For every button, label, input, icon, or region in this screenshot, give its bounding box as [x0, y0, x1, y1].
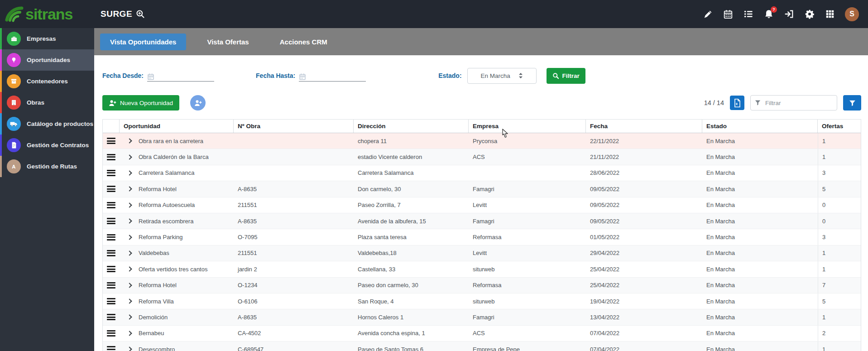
tab-vista-ofertas[interactable]: Vista Ofertas [197, 34, 259, 50]
row-menu-icon[interactable] [103, 293, 120, 309]
cell-estado: En Marcha [702, 213, 818, 229]
cell-fecha: 29/04/2022 [586, 245, 702, 261]
tab-acciones-crm[interactable]: Acciones CRM [270, 34, 337, 50]
sidebar-item-gesti-n-de-rutas[interactable]: AGestión de Rutas [0, 156, 94, 177]
table-row[interactable]: Obra Calderón de la Barcaestadio Vicente… [103, 149, 861, 165]
col-oportunidad[interactable]: Oportunidad [120, 120, 234, 133]
expand-chevron-icon[interactable] [127, 267, 132, 272]
table-row[interactable]: Retirada escombreraA-8635Avenida de la a… [103, 213, 861, 229]
sidebar-item-label: Oportunidades [27, 57, 70, 63]
expand-chevron-icon[interactable] [127, 235, 132, 240]
row-menu-icon[interactable] [103, 245, 120, 261]
table-row[interactable]: Valdebebas211551Valdebebas,18Levitt29/04… [103, 245, 861, 261]
cell-direccion: Castellana, 33 [354, 261, 469, 277]
cell-obra [234, 149, 354, 164]
app-title: SURGE [101, 9, 145, 19]
app-title-text: SURGE [101, 9, 132, 19]
sidebar-item-contenedores[interactable]: Contenedores [0, 71, 94, 92]
add-contact-circle-button[interactable] [190, 95, 206, 111]
nueva-oportunidad-button[interactable]: Nueva Oportunidad [102, 95, 179, 111]
cell-estado: En Marcha [702, 245, 818, 261]
user-avatar[interactable]: S [845, 7, 859, 21]
sidebar-item-oportunidades[interactable]: Oportunidades [0, 49, 94, 71]
expand-chevron-icon[interactable] [127, 250, 132, 255]
settings-gear-icon[interactable] [804, 9, 815, 19]
cell-ofertas: 2 [818, 326, 861, 341]
fecha-desde-input[interactable] [147, 70, 214, 82]
row-menu-icon[interactable] [103, 229, 120, 245]
notifications-bell-icon[interactable]: ? [763, 9, 774, 19]
edit-pencil-icon[interactable] [702, 9, 713, 19]
row-menu-icon[interactable] [103, 326, 120, 341]
cell-estado: En Marcha [702, 197, 818, 213]
table-row[interactable]: Reforma VillaO-6106San Roque, 4siturweb1… [103, 293, 861, 309]
expand-chevron-icon[interactable] [127, 170, 132, 175]
sidebar-item-obras[interactable]: Obras [0, 92, 94, 113]
truck-icon [7, 117, 21, 131]
cell-oportunidad: Oferta vertidos tres cantos [120, 261, 234, 277]
row-menu-icon[interactable] [103, 213, 120, 229]
cell-direccion: Avenida concha espina, 1 [354, 326, 469, 341]
filtrar-button[interactable]: Filtrar [547, 68, 585, 84]
advanced-filter-button[interactable] [843, 95, 861, 111]
row-menu-icon[interactable] [103, 133, 120, 149]
table-row[interactable]: Reforma ParkingO-7095Plaza santa teresaR… [103, 229, 861, 245]
row-menu-icon[interactable] [103, 341, 120, 351]
col-obra[interactable]: Nº Obra [234, 120, 354, 133]
sign-in-icon[interactable] [784, 9, 795, 19]
row-menu-icon[interactable] [103, 149, 120, 164]
table-row[interactable]: DemoliciónA-8635Hornos Caleros 1Famagri1… [103, 309, 861, 325]
cell-estado: En Marcha [702, 165, 818, 181]
calendar-icon[interactable] [723, 9, 734, 19]
table-row[interactable]: Reforma HotelA-8635Don carmelo, 30Famagr… [103, 181, 861, 197]
row-menu-icon[interactable] [103, 278, 120, 293]
col-ofertas[interactable]: Ofertas [818, 120, 861, 133]
cell-fecha: 09/05/2022 [586, 213, 702, 229]
sidebar-item-gesti-n-de-contratos[interactable]: Gestión de Contratos [0, 135, 94, 156]
export-excel-button[interactable]: x̄ [730, 96, 744, 110]
row-menu-icon[interactable] [103, 197, 120, 213]
expand-chevron-icon[interactable] [127, 139, 132, 144]
row-menu-icon[interactable] [103, 261, 120, 277]
col-fecha[interactable]: Fecha [586, 120, 702, 133]
col-estado[interactable]: Estado [702, 120, 818, 133]
expand-chevron-icon[interactable] [127, 315, 132, 320]
table-row[interactable]: BernabeuCA-4502Avenida concha espina, 1A… [103, 326, 861, 341]
sidebar-item-empresas[interactable]: Empresas [0, 28, 94, 49]
bulb-icon [7, 53, 21, 67]
estado-select[interactable]: En Marcha [467, 68, 537, 84]
expand-chevron-icon[interactable] [127, 283, 132, 288]
expand-chevron-icon[interactable] [127, 298, 132, 303]
zoom-in-icon[interactable] [136, 10, 145, 19]
fecha-hasta-input[interactable] [299, 70, 366, 82]
col-direccion[interactable]: Dirección [354, 120, 469, 133]
sidebar-item-cat-logo-de-productos[interactable]: Catálogo de productos [0, 113, 94, 135]
table-row[interactable]: Reforma Autoescuela211551Paseo Zorrilla,… [103, 197, 861, 213]
row-menu-icon[interactable] [103, 309, 120, 325]
row-menu-icon[interactable] [103, 181, 120, 197]
expand-chevron-icon[interactable] [127, 154, 132, 159]
expand-chevron-icon[interactable] [127, 331, 132, 336]
expand-chevron-icon[interactable] [127, 347, 132, 351]
row-menu-icon[interactable] [103, 165, 120, 181]
cell-ofertas: 1 [818, 133, 861, 149]
table-row[interactable]: Carretera SalamancaCarretera Salamanca28… [103, 165, 861, 181]
row-count: 14 / 14 [704, 99, 724, 106]
col-empresa[interactable]: Empresa [469, 120, 586, 133]
expand-chevron-icon[interactable] [127, 218, 132, 223]
contract-icon [7, 138, 21, 152]
oportunidad-text: Bernabeu [139, 330, 164, 337]
select-caret-icon [518, 72, 523, 79]
table-row[interactable]: Oferta vertidos tres cantosjardin 2Caste… [103, 261, 861, 277]
tab-vista-oportunidades[interactable]: Vista Oportunidades [100, 34, 186, 50]
expand-chevron-icon[interactable] [127, 187, 132, 192]
cell-direccion: Don carmelo, 30 [354, 181, 469, 197]
table-row[interactable]: Reforma HotelO-1234Paseo don carmelo, 30… [103, 278, 861, 293]
main-content: Fecha Desde: Fecha Hasta: Estado: En Mar… [94, 55, 868, 351]
table-row[interactable]: DesescombroC-689547Paseo de Santo Tomas … [103, 341, 861, 351]
apps-grid-icon[interactable] [825, 9, 835, 19]
expand-chevron-icon[interactable] [127, 202, 132, 207]
table-row[interactable]: Obra rara en la carreterachopera 11Pryco… [103, 133, 861, 149]
list-icon[interactable] [743, 9, 754, 19]
table-filter-input[interactable] [750, 95, 837, 111]
